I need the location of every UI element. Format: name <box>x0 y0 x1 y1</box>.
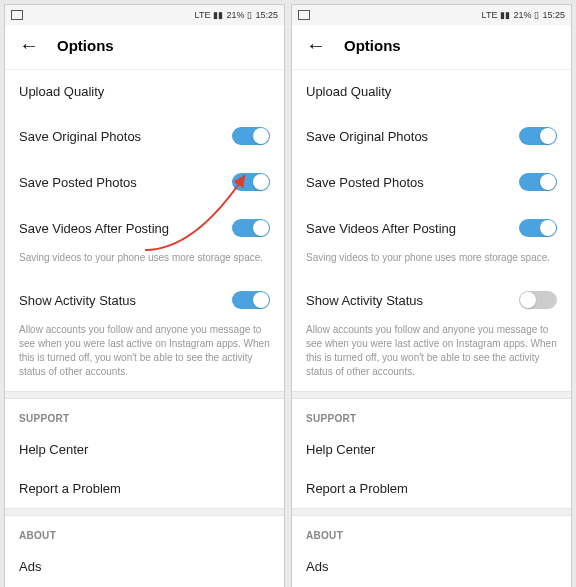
clock-text: 15:25 <box>542 10 565 20</box>
help-activity-status: Allow accounts you follow and anyone you… <box>5 323 284 391</box>
header: ← Options <box>292 25 571 70</box>
help-activity-status: Allow accounts you follow and anyone you… <box>292 323 571 391</box>
battery-text: 21% <box>226 10 244 20</box>
label-save-videos: Save Videos After Posting <box>306 221 456 236</box>
divider <box>5 508 284 516</box>
page-title: Options <box>57 37 114 54</box>
row-save-original[interactable]: Save Original Photos <box>19 113 270 159</box>
status-bar: LTE ▮▮ 21% ▯ 15:25 <box>292 5 571 25</box>
clock-text: 15:25 <box>255 10 278 20</box>
label-upload-quality: Upload Quality <box>19 84 104 99</box>
label-activity-status: Show Activity Status <box>19 293 136 308</box>
toggle-save-posted[interactable] <box>519 173 557 191</box>
help-save-videos: Saving videos to your phone uses more st… <box>5 251 284 277</box>
toggle-save-original[interactable] <box>519 127 557 145</box>
battery-icon: ▯ <box>247 10 252 20</box>
network-icon: LTE <box>195 10 211 20</box>
content: Upload Quality Save Original Photos Save… <box>292 70 571 587</box>
link-report-problem[interactable]: Report a Problem <box>5 469 284 508</box>
content: Upload Quality Save Original Photos Save… <box>5 70 284 587</box>
network-icon: LTE <box>482 10 498 20</box>
phone-right: LTE ▮▮ 21% ▯ 15:25 ← Options Upload Qual… <box>291 4 572 587</box>
label-save-posted: Save Posted Photos <box>19 175 137 190</box>
toggle-save-videos[interactable] <box>232 219 270 237</box>
section-about: ABOUT <box>5 516 284 547</box>
toggle-save-posted[interactable] <box>232 173 270 191</box>
signal-icon: ▮▮ <box>500 10 510 20</box>
section-support: SUPPORT <box>5 399 284 430</box>
phone-left: LTE ▮▮ 21% ▯ 15:25 ← Options Upload Qual… <box>4 4 285 587</box>
label-save-posted: Save Posted Photos <box>306 175 424 190</box>
section-about: ABOUT <box>292 516 571 547</box>
page-title: Options <box>344 37 401 54</box>
divider <box>292 508 571 516</box>
back-icon[interactable]: ← <box>306 35 326 55</box>
back-icon[interactable]: ← <box>19 35 39 55</box>
gallery-icon <box>11 10 23 20</box>
signal-icon: ▮▮ <box>213 10 223 20</box>
row-save-posted[interactable]: Save Posted Photos <box>306 159 557 205</box>
header: ← Options <box>5 25 284 70</box>
label-activity-status: Show Activity Status <box>306 293 423 308</box>
row-activity-status[interactable]: Show Activity Status <box>306 277 557 323</box>
help-save-videos: Saving videos to your phone uses more st… <box>292 251 571 277</box>
row-save-posted[interactable]: Save Posted Photos <box>19 159 270 205</box>
toggle-activity-status[interactable] <box>232 291 270 309</box>
link-ads[interactable]: Ads <box>292 547 571 586</box>
row-save-original[interactable]: Save Original Photos <box>306 113 557 159</box>
battery-text: 21% <box>513 10 531 20</box>
section-support: SUPPORT <box>292 399 571 430</box>
label-save-original: Save Original Photos <box>306 129 428 144</box>
link-report-problem[interactable]: Report a Problem <box>292 469 571 508</box>
gallery-icon <box>298 10 310 20</box>
row-activity-status[interactable]: Show Activity Status <box>19 277 270 323</box>
row-upload-quality[interactable]: Upload Quality <box>19 70 270 113</box>
divider <box>292 391 571 399</box>
battery-icon: ▯ <box>534 10 539 20</box>
status-bar: LTE ▮▮ 21% ▯ 15:25 <box>5 5 284 25</box>
label-save-original: Save Original Photos <box>19 129 141 144</box>
label-save-videos: Save Videos After Posting <box>19 221 169 236</box>
label-upload-quality: Upload Quality <box>306 84 391 99</box>
link-ads[interactable]: Ads <box>5 547 284 586</box>
toggle-save-videos[interactable] <box>519 219 557 237</box>
row-save-videos[interactable]: Save Videos After Posting <box>306 205 557 251</box>
link-help-center[interactable]: Help Center <box>5 430 284 469</box>
link-help-center[interactable]: Help Center <box>292 430 571 469</box>
row-save-videos[interactable]: Save Videos After Posting <box>19 205 270 251</box>
divider <box>5 391 284 399</box>
toggle-activity-status[interactable] <box>519 291 557 309</box>
toggle-save-original[interactable] <box>232 127 270 145</box>
row-upload-quality[interactable]: Upload Quality <box>306 70 557 113</box>
